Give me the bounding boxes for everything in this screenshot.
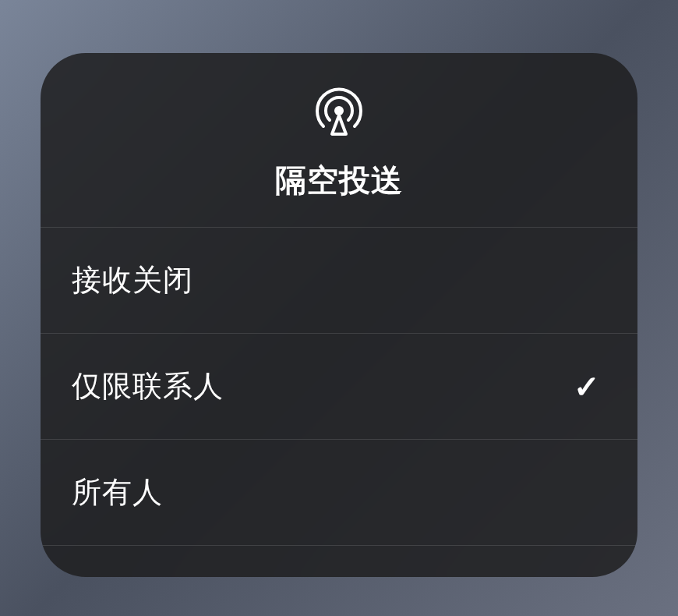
panel-title: 隔空投送 <box>275 159 403 202</box>
airdrop-settings-panel: 隔空投送 接收关闭 仅限联系人 ✓ 所有人 <box>41 53 637 577</box>
option-everyone[interactable]: 所有人 <box>41 440 637 546</box>
option-label: 所有人 <box>72 473 163 512</box>
airdrop-icon <box>314 87 364 137</box>
option-label: 接收关闭 <box>72 260 193 300</box>
checkmark-icon: ✓ <box>574 369 600 405</box>
option-contacts-only[interactable]: 仅限联系人 ✓ <box>41 334 637 440</box>
option-receiving-off[interactable]: 接收关闭 <box>41 228 637 334</box>
option-label: 仅限联系人 <box>72 366 224 406</box>
panel-footer-space <box>41 546 637 577</box>
panel-header: 隔空投送 <box>41 53 637 228</box>
